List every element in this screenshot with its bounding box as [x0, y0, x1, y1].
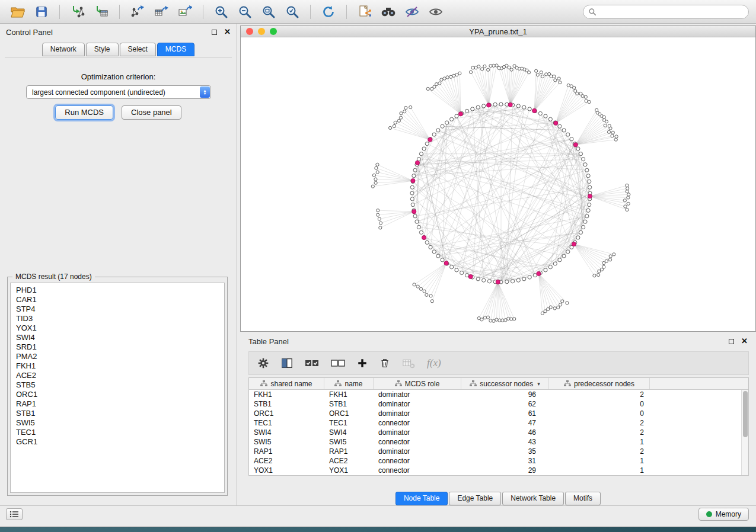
mcds-result-item[interactable]: SWI5: [16, 418, 219, 428]
search-network-button[interactable]: [378, 3, 399, 21]
tab-mcds[interactable]: MCDS: [157, 43, 194, 56]
create-column-button[interactable]: [357, 355, 368, 371]
table-row[interactable]: FKH1FKH1dominator962: [249, 390, 741, 399]
memory-button[interactable]: Memory: [698, 508, 749, 521]
export-network-button[interactable]: [127, 3, 148, 21]
import-network-button[interactable]: [67, 3, 88, 21]
share-document-button[interactable]: [354, 3, 375, 21]
table-panel-title: Table Panel: [248, 337, 289, 346]
table-cell: 2: [549, 428, 650, 437]
tab-network[interactable]: Network: [42, 43, 85, 56]
table-row[interactable]: RAP1RAP1dominator352: [249, 447, 741, 456]
tab-style[interactable]: Style: [86, 43, 119, 56]
toolbar-separator: [119, 5, 120, 19]
table-row[interactable]: TEC1TEC1connector472: [249, 418, 741, 428]
eye-slash-icon: [405, 5, 419, 19]
table-cell: ACE2: [324, 457, 374, 465]
import-table-button[interactable]: [91, 3, 112, 21]
control-panel-title: Control Panel: [6, 28, 53, 37]
mcds-result-item[interactable]: STB5: [16, 380, 219, 390]
deselect-all-button[interactable]: [331, 355, 345, 371]
column-header[interactable]: name: [324, 378, 374, 389]
refresh-button[interactable]: [318, 3, 339, 21]
select-all-button[interactable]: [305, 355, 319, 371]
zoom-in-button[interactable]: [210, 3, 232, 21]
window-close-button[interactable]: [246, 28, 253, 35]
task-history-button[interactable]: [6, 508, 23, 520]
table-cell: dominator: [374, 447, 461, 456]
mcds-result-item[interactable]: ACE2: [16, 371, 219, 380]
criterion-dropdown[interactable]: largest connected component (undirected)…: [26, 85, 211, 99]
network-graph[interactable]: [241, 38, 755, 331]
mcds-result-item[interactable]: CAR1: [16, 295, 219, 305]
network-nodes[interactable]: [371, 64, 630, 323]
mcds-result-item[interactable]: PHD1: [16, 286, 219, 295]
column-header[interactable]: successor nodes▾: [461, 378, 549, 389]
zoom-fit-button[interactable]: [258, 3, 279, 21]
mcds-result-item[interactable]: FKH1: [16, 361, 219, 371]
column-header[interactable]: MCDS role: [374, 378, 461, 389]
table-row[interactable]: SWI4SWI4dominator462: [249, 428, 741, 437]
table-cell: dominator: [374, 428, 461, 437]
close-table-panel-icon[interactable]: ✕: [741, 338, 748, 344]
table-row[interactable]: ORC1ORC1dominator610: [249, 409, 741, 418]
network-window-titlebar[interactable]: YPA_prune.txt_1: [241, 26, 755, 37]
table-body: FKH1FKH1dominator962STB1STB1dominator620…: [249, 390, 741, 475]
save-button[interactable]: [31, 3, 52, 21]
mcds-result-list[interactable]: PHD1CAR1STP4TID3YOX1SWI4SRD1PMA2FKH1ACE2…: [10, 283, 225, 493]
zoom-selected-button[interactable]: [282, 3, 303, 21]
table-settings-button[interactable]: [257, 355, 269, 371]
delete-column-button[interactable]: [379, 355, 390, 371]
search-input[interactable]: [599, 8, 744, 16]
export-table-button[interactable]: [151, 3, 172, 21]
mcds-result-item[interactable]: RAP1: [16, 399, 219, 409]
scrollbar-thumb[interactable]: [743, 391, 748, 437]
table-row[interactable]: ACE2ACE2connector311: [249, 456, 741, 466]
table-cell: connector: [374, 457, 461, 465]
show-columns-button[interactable]: [281, 355, 293, 371]
table-cell: STB1: [324, 400, 374, 408]
run-mcds-button[interactable]: Run MCDS: [55, 105, 113, 120]
close-panel-button[interactable]: Close panel: [122, 105, 181, 120]
gear-icon: [257, 357, 269, 369]
mcds-result-item[interactable]: TID3: [16, 314, 219, 323]
tab-motifs[interactable]: Motifs: [565, 492, 601, 505]
mcds-result-item[interactable]: STB1: [16, 409, 219, 418]
hide-details-button[interactable]: [401, 3, 423, 21]
table-row[interactable]: STB1STB1dominator620: [249, 399, 741, 409]
mcds-result-item[interactable]: STP4: [16, 305, 219, 314]
open-file-button[interactable]: [7, 3, 28, 21]
tab-network-table[interactable]: Network Table: [502, 492, 564, 505]
mcds-result-item[interactable]: PMA2: [16, 352, 219, 361]
mcds-result-item[interactable]: SRD1: [16, 342, 219, 352]
tab-edge-table[interactable]: Edge Table: [449, 492, 501, 505]
show-details-button[interactable]: [425, 3, 446, 21]
table-scrollbar[interactable]: [741, 390, 748, 475]
mcds-result-item[interactable]: GCR1: [16, 437, 219, 447]
tab-select[interactable]: Select: [120, 43, 156, 56]
float-table-panel-icon[interactable]: [729, 339, 734, 344]
zoom-out-button[interactable]: [234, 3, 256, 21]
float-panel-icon[interactable]: [212, 30, 217, 35]
mcds-result-item[interactable]: SWI4: [16, 333, 219, 342]
search-field[interactable]: [583, 5, 749, 19]
table-row[interactable]: SWI5SWI5connector431: [249, 437, 741, 447]
export-image-button[interactable]: [174, 3, 196, 21]
mcds-result-item[interactable]: YOX1: [16, 323, 219, 333]
mcds-result-item[interactable]: ORC1: [16, 390, 219, 399]
network-canvas[interactable]: [241, 38, 755, 331]
main-toolbar: [0, 0, 756, 24]
tab-node-table[interactable]: Node Table: [395, 492, 448, 505]
table-row[interactable]: YOX1YOX1connector291: [249, 466, 741, 475]
window-minimize-button[interactable]: [258, 28, 265, 35]
column-header[interactable]: shared name: [249, 378, 324, 389]
table-row[interactable]: PHD1PHD1dominator180: [249, 475, 741, 476]
close-panel-icon[interactable]: ✕: [224, 29, 231, 35]
table-cell: 1: [549, 457, 650, 465]
node-table: shared namenameMCDS rolesuccessor nodes▾…: [248, 377, 749, 476]
import-network-icon: [71, 5, 85, 19]
column-sort-icon: [260, 380, 267, 387]
column-header[interactable]: predecessor nodes: [549, 378, 650, 389]
mcds-result-item[interactable]: TEC1: [16, 428, 219, 437]
window-zoom-button[interactable]: [270, 28, 277, 35]
